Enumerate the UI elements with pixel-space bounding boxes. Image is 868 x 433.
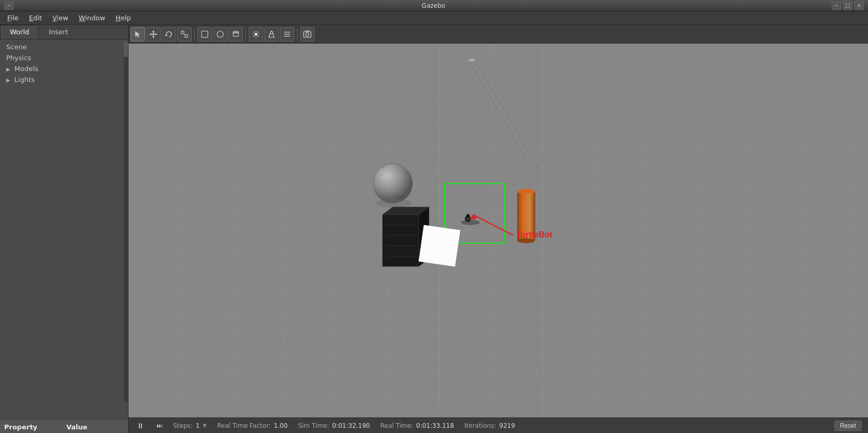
menu-edit[interactable]: Edit xyxy=(24,13,47,23)
box-button[interactable] xyxy=(197,27,212,41)
value-col-header: Value xyxy=(66,423,88,431)
svg-point-70 xyxy=(468,59,475,62)
iterations-label: Iterations: xyxy=(464,422,496,429)
svg-marker-5 xyxy=(155,33,158,35)
translate-tool-button[interactable] xyxy=(146,27,161,41)
world-tree: Scene Physics ▶ Models ▶ Lights xyxy=(0,39,128,420)
svg-point-72 xyxy=(376,199,412,207)
minimize-button[interactable]: − xyxy=(4,2,13,10)
window-controls: − □ × xyxy=(832,2,864,10)
left-panel-scrollbar[interactable] xyxy=(124,41,128,402)
svg-rect-7 xyxy=(181,31,184,34)
pause-button[interactable]: ⏸ xyxy=(135,420,146,431)
svg-point-77 xyxy=(466,214,469,217)
svg-point-29 xyxy=(306,33,309,36)
tree-item-physics[interactable]: Physics xyxy=(0,52,128,63)
sim-time-label: Sim Time: xyxy=(298,422,329,429)
viewport-container: TurtleBot ⏸ ⏭ Steps: 1 ▼ Real Time Facto… xyxy=(129,25,868,433)
scrollbar-thumb xyxy=(124,41,128,57)
main-container: World Insert Scene Physics ▶ Models ▶ Li… xyxy=(0,25,868,433)
scale-tool-button[interactable] xyxy=(177,27,192,41)
svg-point-11 xyxy=(217,31,223,37)
rotate-tool-button[interactable] xyxy=(162,27,176,41)
sim-time-item: Sim Time: 0:01:32.190 xyxy=(298,422,370,429)
step-forward-icon[interactable]: ⏭ xyxy=(156,422,163,429)
point-light-button[interactable] xyxy=(249,27,263,41)
svg-marker-4 xyxy=(149,33,151,35)
turtlebot-label: TurtleBot xyxy=(516,230,553,239)
svg-rect-10 xyxy=(202,31,208,37)
tree-item-scene[interactable]: Scene xyxy=(0,41,128,52)
tree-item-lights[interactable]: ▶ Lights xyxy=(0,74,128,85)
steps-item: Steps: 1 ▼ xyxy=(173,422,207,429)
screenshot-button[interactable] xyxy=(300,27,315,41)
directional-light-button[interactable] xyxy=(280,27,294,41)
menu-help[interactable]: Help xyxy=(110,13,136,23)
sim-time-value: 0:01:32.190 xyxy=(332,422,370,429)
svg-rect-81 xyxy=(382,215,419,267)
property-col-header: Property xyxy=(4,423,66,431)
steps-dropdown[interactable]: ▼ xyxy=(203,423,207,428)
sphere-object xyxy=(373,164,412,207)
iterations-item: Iterations: 9219 xyxy=(464,422,515,429)
white-pad-object xyxy=(419,225,460,267)
models-expand-icon: ▶ xyxy=(6,66,10,72)
svg-line-9 xyxy=(184,34,185,35)
svg-marker-6 xyxy=(165,34,168,36)
svg-marker-89 xyxy=(419,225,460,267)
cylinder-button[interactable] xyxy=(229,27,243,41)
real-time-value: 0:01:33.118 xyxy=(416,422,454,429)
real-time-item: Real Time: 0:01:33.118 xyxy=(380,422,454,429)
sphere-button[interactable] xyxy=(213,27,227,41)
window-title: Gazebo xyxy=(35,2,832,9)
toolbar-sep-3 xyxy=(297,28,297,40)
svg-point-79 xyxy=(517,189,535,194)
svg-point-74 xyxy=(461,220,480,225)
steps-label: Steps: xyxy=(173,422,193,429)
svg-line-21 xyxy=(258,32,259,33)
property-panel: Property Value xyxy=(0,420,128,433)
menubar: File Edit View Window Help xyxy=(0,11,868,25)
left-panel: World Insert Scene Physics ▶ Models ▶ Li… xyxy=(0,25,129,433)
statusbar: ⏸ ⏭ Steps: 1 ▼ Real Time Factor: 1.00 Si… xyxy=(129,417,868,433)
menu-view[interactable]: View xyxy=(47,13,74,23)
close-button[interactable]: × xyxy=(855,2,864,10)
reset-button[interactable]: Reset xyxy=(834,421,862,431)
steps-value: 1 xyxy=(196,422,200,429)
select-tool-button[interactable] xyxy=(131,27,145,41)
tree-item-models[interactable]: ▶ Models xyxy=(0,63,128,74)
toolbar-sep-1 xyxy=(194,28,195,40)
real-time-label: Real Time: xyxy=(380,422,413,429)
3d-viewport[interactable]: TurtleBot xyxy=(129,44,868,417)
maximize-button[interactable]: □ xyxy=(843,2,852,10)
lights-expand-icon: ▶ xyxy=(6,77,10,83)
menu-window[interactable]: Window xyxy=(74,13,110,23)
spot-light-button[interactable] xyxy=(264,27,279,41)
step-controls: ⏭ xyxy=(156,422,163,429)
rtf-label: Real Time Factor: xyxy=(217,422,271,429)
svg-point-23 xyxy=(271,31,273,34)
tab-world[interactable]: World xyxy=(0,25,39,39)
viewport-grid: TurtleBot xyxy=(129,44,868,417)
left-panel-tabs: World Insert xyxy=(0,25,128,39)
toolbar-sep-2 xyxy=(246,28,246,40)
iterations-value: 9219 xyxy=(499,422,515,429)
svg-point-14 xyxy=(254,33,258,36)
svg-rect-32 xyxy=(129,44,868,417)
svg-line-19 xyxy=(253,32,254,33)
toolbar xyxy=(129,25,868,44)
svg-line-20 xyxy=(258,36,259,37)
titlebar: − Gazebo − □ × xyxy=(0,0,868,11)
svg-marker-3 xyxy=(152,36,154,38)
svg-point-76 xyxy=(466,217,470,221)
tab-insert[interactable]: Insert xyxy=(39,25,78,39)
menu-file[interactable]: File xyxy=(2,13,24,23)
svg-line-22 xyxy=(253,36,254,37)
svg-point-71 xyxy=(373,164,412,203)
rtf-item: Real Time Factor: 1.00 xyxy=(217,422,288,429)
minimize-button[interactable]: − xyxy=(832,2,841,10)
svg-marker-2 xyxy=(152,30,154,32)
rtf-value: 1.00 xyxy=(274,422,288,429)
svg-rect-8 xyxy=(185,35,188,37)
property-header: Property Value xyxy=(0,421,128,433)
